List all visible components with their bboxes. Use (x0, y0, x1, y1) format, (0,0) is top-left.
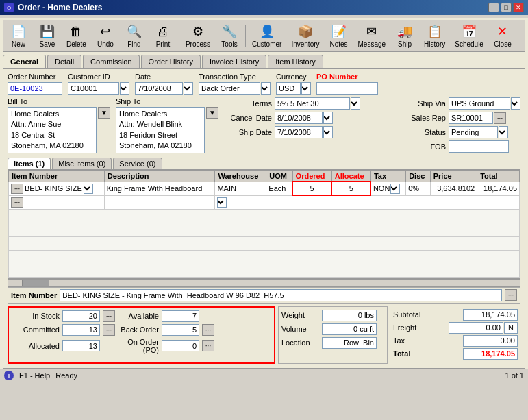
volume-input[interactable] (322, 323, 377, 335)
terms-label: Terms (224, 99, 272, 108)
empty-row-5 (9, 264, 520, 277)
bottom-left-panel: In Stock ··· Available Committed ··· Bac… (8, 306, 275, 364)
scrollbar-thumb[interactable] (22, 280, 49, 286)
transaction-type-label: Transaction Type (199, 73, 271, 81)
customer-button[interactable]: 👤 Customer (247, 21, 286, 50)
save-button[interactable]: 💾 Save (33, 21, 62, 50)
item-lookup-btn[interactable]: ··· (11, 184, 23, 194)
ship-date-select[interactable] (323, 126, 333, 138)
item-number-select[interactable] (84, 184, 93, 194)
order-number-input[interactable] (8, 82, 62, 95)
in-stock-dots-btn[interactable]: ··· (103, 310, 115, 322)
ship-date-input[interactable] (275, 126, 323, 138)
location-input[interactable] (322, 337, 377, 349)
subtotal-row: Subtotal 18,174.05 (393, 309, 518, 321)
tab-detail[interactable]: Detail (47, 55, 81, 68)
committed-row: Committed ··· Back Order ··· (12, 324, 271, 336)
inventory-button[interactable]: 📦 Inventory (286, 21, 324, 50)
customer-id-select[interactable] (120, 82, 129, 95)
item2-select[interactable] (217, 197, 227, 208)
ship-to-dots-btn[interactable]: ▼ (206, 107, 218, 119)
close-toolbar-icon: ✕ (494, 23, 511, 40)
schedule-icon: 📅 (461, 23, 477, 40)
weight-input[interactable] (322, 310, 377, 321)
in-stock-input[interactable] (62, 310, 100, 322)
close-window-button[interactable]: ✕ (513, 3, 524, 12)
available-input[interactable] (162, 310, 199, 322)
committed-input[interactable] (62, 324, 100, 336)
back-order-dots-btn[interactable]: ··· (202, 324, 214, 336)
message-button[interactable]: ✉ Message (353, 21, 391, 50)
committed-dots-btn[interactable]: ··· (103, 324, 115, 336)
horizontal-scrollbar[interactable] (8, 279, 520, 287)
terms-dates-group: Terms Cancel Date Ship Date (224, 97, 360, 138)
sales-rep-dots-btn[interactable]: ··· (494, 112, 506, 124)
col-total: Total (477, 170, 520, 182)
item-number-bar-dots-btn[interactable]: ··· (505, 289, 517, 301)
po-number-input[interactable] (316, 82, 378, 95)
schedule-button[interactable]: 📅 Schedule (450, 21, 488, 50)
item-number-bar-input[interactable] (60, 289, 502, 301)
status-input[interactable] (449, 126, 498, 138)
tab-general[interactable]: General (3, 55, 46, 68)
date-select[interactable] (184, 82, 193, 95)
cancel-date-input[interactable] (275, 112, 323, 124)
close-toolbar-button[interactable]: ✕ Close (488, 21, 517, 50)
transaction-type-input[interactable] (199, 82, 260, 95)
allocated-row: Allocated On Order (PO) ··· (12, 338, 271, 354)
tab-invoice-history[interactable]: Invoice History (202, 55, 266, 68)
title-bar: O Order - Home Dealers ─ □ ✕ (0, 0, 528, 15)
items-tab-misc[interactable]: Misc Items (0) (52, 158, 112, 169)
bottom-middle-panel: Weight Volume Location (278, 306, 388, 364)
date-input[interactable] (135, 82, 183, 95)
currency-input[interactable] (276, 82, 301, 95)
save-icon: 💾 (39, 23, 55, 40)
fob-input[interactable] (449, 140, 509, 153)
history-button[interactable]: 📋 History (419, 21, 450, 50)
find-button[interactable]: 🔍 Find (120, 21, 149, 50)
tab-item-history[interactable]: Item History (268, 55, 323, 68)
tools-button[interactable]: 🔧 Tools (215, 21, 244, 50)
minimize-button[interactable]: ─ (488, 3, 499, 12)
form-row-1: Order Number Customer ID Date Transactio… (8, 73, 520, 95)
print-button[interactable]: 🖨 Print (149, 21, 177, 50)
terms-select[interactable] (351, 97, 360, 110)
maximize-button[interactable]: □ (501, 3, 512, 12)
undo-button[interactable]: ↩ Undo (91, 21, 120, 50)
on-order-dots-btn[interactable]: ··· (202, 340, 214, 351)
items-tab-items[interactable]: Items (1) (8, 158, 51, 169)
currency-select[interactable] (301, 82, 311, 95)
item2-lookup-btn[interactable]: ··· (11, 197, 23, 208)
back-order-input[interactable] (162, 324, 199, 336)
cell-description: King Frame With Headboard (104, 182, 215, 195)
cancel-date-select[interactable] (323, 112, 333, 124)
process-button[interactable]: ⚙ Process (181, 21, 215, 50)
on-order-input[interactable] (162, 340, 199, 351)
terms-input[interactable] (275, 97, 350, 110)
sales-rep-input[interactable] (449, 112, 493, 124)
ship-via-select[interactable] (511, 97, 520, 110)
main-tabs: General Detail Commission Order History … (3, 55, 525, 68)
items-tab-service[interactable]: Service (0) (113, 158, 162, 169)
notes-button[interactable]: 📝 Notes (325, 21, 353, 50)
col-description: Description (104, 170, 215, 182)
bill-to-dots-btn[interactable]: ▼ (98, 107, 110, 119)
allocated-input[interactable] (62, 340, 100, 351)
status-select[interactable] (499, 126, 508, 138)
ship-button[interactable]: 🚚 Ship (390, 21, 419, 50)
new-button[interactable]: 📄 New (4, 21, 33, 50)
ship-via-input[interactable] (449, 97, 510, 110)
col-warehouse: Warehouse (215, 170, 266, 182)
right-panel: Ship Via Sales Rep ··· Status (405, 97, 520, 153)
customer-id-input[interactable] (68, 82, 119, 95)
table-row[interactable]: ··· BED- KING SIZE King Frame With Headb… (9, 182, 520, 195)
delete-button[interactable]: 🗑 Delete (62, 21, 91, 50)
tab-order-history[interactable]: Order History (141, 55, 201, 68)
subtotal-value: 18,174.05 (463, 309, 518, 321)
tab-commission[interactable]: Commission (83, 55, 140, 68)
tax-select[interactable] (390, 184, 400, 194)
table-row-2[interactable]: ··· (9, 195, 520, 209)
sales-rep-label: Sales Rep (405, 114, 446, 122)
transaction-type-select[interactable] (261, 82, 271, 95)
history-icon: 📋 (427, 23, 443, 40)
